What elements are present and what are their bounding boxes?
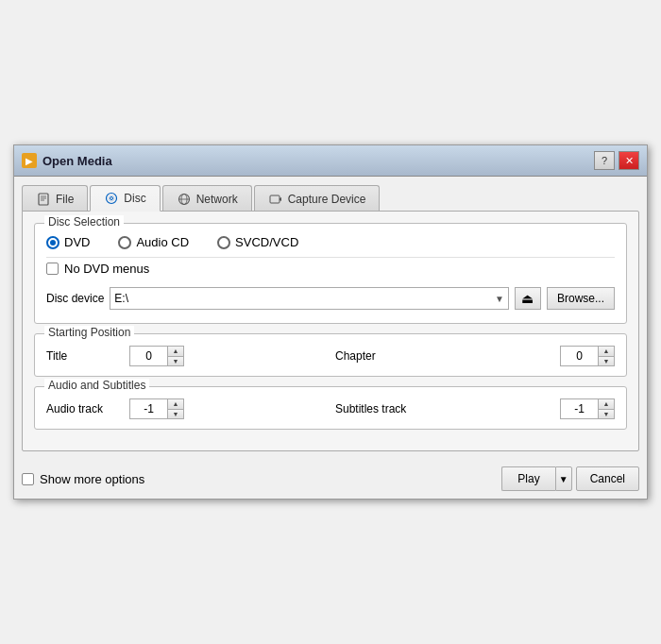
title-bar: ▶ Open Media ? ✕: [14, 145, 647, 177]
audio-spin-down[interactable]: ▼: [168, 410, 183, 419]
audio-input[interactable]: [129, 398, 167, 419]
starting-position-group: Starting Position Title ▲ ▼ Ch: [34, 333, 627, 377]
tab-file-label: File: [56, 193, 74, 206]
main-window: ▶ Open Media ? ✕ File Disc: [13, 144, 648, 500]
subtitles-spin-up[interactable]: ▲: [599, 399, 614, 410]
capture-tab-icon: [268, 192, 283, 207]
chapter-spinner-buttons: ▲ ▼: [598, 346, 615, 366]
title-bar-controls: ? ✕: [594, 151, 639, 170]
tab-capture-label: Capture Device: [288, 193, 366, 206]
bottom-bar: Show more options Play ▼ Cancel: [14, 459, 647, 499]
radio-svcd-circle: [217, 236, 230, 249]
radio-svcd[interactable]: SVCD/VCD: [217, 235, 298, 249]
subtitles-input[interactable]: [560, 398, 598, 419]
chapter-spin-up[interactable]: ▲: [599, 347, 614, 357]
action-buttons: Play ▼ Cancel: [501, 466, 639, 491]
audio-label: Audio track: [46, 402, 122, 415]
device-row: Disc device E:\ ▼ ⏏ Browse...: [46, 287, 615, 310]
subtitles-spinner: ▲ ▼: [560, 398, 615, 419]
title-field-group: Title ▲ ▼: [46, 346, 326, 366]
audio-spinner-buttons: ▲ ▼: [167, 398, 184, 419]
tab-capture[interactable]: Capture Device: [254, 185, 381, 212]
show-more-checkbox[interactable]: [22, 473, 34, 485]
close-button[interactable]: ✕: [619, 151, 639, 170]
audio-spinner: ▲ ▼: [129, 398, 184, 419]
no-dvd-menus-row: No DVD menus: [46, 257, 615, 276]
play-dropdown-button[interactable]: ▼: [555, 466, 572, 491]
network-tab-icon: [177, 192, 192, 207]
tab-network[interactable]: Network: [162, 185, 252, 212]
title-spinner: ▲ ▼: [129, 346, 184, 366]
subtitles-spin-down[interactable]: ▼: [599, 410, 614, 419]
chapter-label: Chapter: [335, 349, 411, 363]
eject-button[interactable]: ⏏: [515, 287, 541, 310]
audio-subtitles-row: Audio track ▲ ▼ Subtitles track: [46, 398, 615, 419]
starting-position-row: Title ▲ ▼ Chapter: [46, 346, 615, 366]
svg-rect-0: [39, 194, 48, 205]
file-tab-icon: [36, 192, 51, 207]
window-title: Open Media: [42, 154, 112, 168]
subtitles-field-group: Subtitles track ▲ ▼: [335, 398, 615, 419]
tab-file[interactable]: File: [22, 185, 88, 212]
help-button[interactable]: ?: [594, 151, 615, 170]
radio-svcd-label: SVCD/VCD: [235, 235, 298, 249]
play-button-group: Play ▼: [501, 466, 571, 491]
device-select[interactable]: E:\ ▼: [110, 287, 509, 310]
play-dropdown-icon: ▼: [559, 474, 568, 484]
tab-panel-disc: Disc Selection DVD Audio CD SVCD/VCD: [22, 211, 639, 451]
svg-point-2: [110, 197, 113, 200]
no-dvd-menus-label: No DVD menus: [64, 262, 149, 276]
device-value: E:\: [114, 292, 128, 305]
title-spinner-buttons: ▲ ▼: [167, 346, 184, 366]
chapter-spinner: ▲ ▼: [560, 346, 615, 366]
title-bar-left: ▶ Open Media: [22, 153, 112, 168]
subtitles-spinner-buttons: ▲ ▼: [598, 398, 615, 419]
svg-rect-7: [270, 195, 280, 203]
chapter-input[interactable]: [560, 346, 598, 366]
audio-field-group: Audio track ▲ ▼: [46, 398, 326, 419]
radio-dvd-circle: [46, 236, 59, 249]
cancel-button[interactable]: Cancel: [576, 466, 639, 491]
tab-network-label: Network: [196, 193, 238, 206]
content-area: File Disc Network Capture Device: [14, 177, 647, 459]
title-label: Title: [46, 349, 122, 363]
device-select-arrow: ▼: [495, 294, 504, 304]
title-spin-up[interactable]: ▲: [168, 347, 183, 357]
play-button[interactable]: Play: [501, 466, 554, 491]
title-input[interactable]: [129, 346, 167, 366]
eject-icon: ⏏: [521, 291, 534, 306]
audio-spin-up[interactable]: ▲: [168, 399, 183, 410]
chapter-spin-down[interactable]: ▼: [599, 357, 614, 366]
tab-disc-label: Disc: [124, 192, 145, 205]
window-icon: ▶: [22, 153, 37, 168]
disc-selection-legend: Disc Selection: [44, 215, 124, 229]
radio-dvd-label: DVD: [64, 235, 90, 249]
svg-point-3: [109, 195, 114, 201]
browse-button[interactable]: Browse...: [547, 287, 615, 310]
show-more-options: Show more options: [22, 472, 144, 486]
radio-audiocd-label: Audio CD: [136, 235, 189, 249]
device-label: Disc device: [46, 292, 104, 305]
disc-tab-icon: [104, 191, 119, 206]
starting-position-legend: Starting Position: [44, 326, 134, 339]
no-dvd-menus-checkbox[interactable]: [46, 263, 59, 275]
audio-subtitles-group: Audio and Subtitles Audio track ▲ ▼: [34, 386, 627, 430]
audio-subtitles-legend: Audio and Subtitles: [44, 379, 149, 392]
radio-audiocd[interactable]: Audio CD: [118, 235, 189, 249]
chapter-field-group: Chapter ▲ ▼: [335, 346, 615, 366]
disc-selection-group: Disc Selection DVD Audio CD SVCD/VCD: [34, 223, 627, 324]
title-spin-down[interactable]: ▼: [168, 357, 183, 366]
tab-disc[interactable]: Disc: [90, 185, 160, 212]
radio-dvd[interactable]: DVD: [46, 235, 90, 249]
subtitles-label: Subtitles track: [335, 402, 411, 415]
radio-audiocd-circle: [118, 236, 131, 249]
svg-point-1: [107, 194, 117, 204]
show-more-label: Show more options: [40, 472, 144, 486]
tab-bar: File Disc Network Capture Device: [22, 184, 639, 211]
disc-type-radios: DVD Audio CD SVCD/VCD: [46, 235, 615, 249]
